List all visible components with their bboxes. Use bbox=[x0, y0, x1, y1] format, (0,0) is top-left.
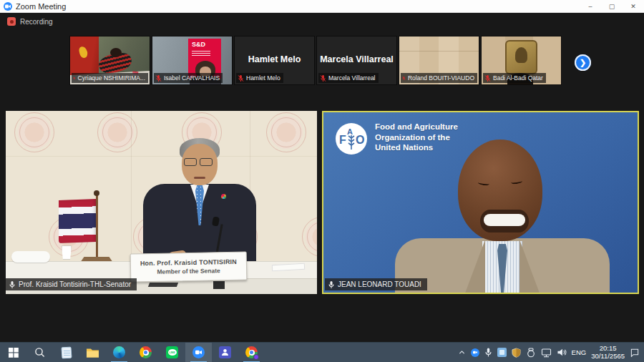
zoom-taskbar-button[interactable] bbox=[185, 343, 212, 362]
fao-logo-icon: F A O bbox=[335, 122, 368, 155]
participant-name: Isabel CARVALHAIS bbox=[164, 74, 220, 82]
chrome-icon bbox=[140, 346, 152, 358]
line-button[interactable]: LINE bbox=[159, 343, 185, 362]
window-controls: – ▢ ✕ bbox=[580, 0, 644, 12]
app-window-tray-button[interactable] bbox=[497, 348, 507, 357]
fao-branding: F A O Food and Agriculture Organization … bbox=[335, 122, 458, 155]
fao-org-name: Food and Agriculture Organization of the… bbox=[375, 122, 458, 153]
participant-name: Roland BOUITI-VIAUDO bbox=[408, 74, 474, 82]
participant-name-tag: Marcela Villarreal bbox=[318, 73, 379, 83]
screen-capture-icon bbox=[526, 348, 536, 358]
maximize-button[interactable]: ▢ bbox=[601, 0, 623, 12]
video-tile-marcela[interactable]: Marcela Villarreal Marcela Villarreal bbox=[316, 36, 397, 85]
app-window-icon bbox=[497, 348, 507, 357]
edge-button[interactable] bbox=[106, 343, 132, 362]
video-tile-badi[interactable]: Badi Al-Badi Qatar bbox=[481, 36, 562, 85]
flag-finial bbox=[94, 190, 99, 196]
window-title: Zoom Meeting bbox=[16, 2, 66, 11]
wall-seam bbox=[6, 156, 317, 157]
participant-name-tag: Isabel CARVALHAIS bbox=[154, 73, 223, 83]
chrome-icon bbox=[245, 346, 258, 358]
wall-emblem bbox=[302, 217, 317, 257]
speaker-smile bbox=[484, 214, 525, 226]
zoom-app-icon bbox=[4, 2, 12, 11]
flag-pole bbox=[96, 195, 98, 258]
mic-icon bbox=[9, 280, 16, 289]
muted-mic-icon bbox=[320, 74, 326, 82]
sdg-lapel-pin bbox=[221, 194, 226, 199]
volume-tray-button[interactable] bbox=[557, 348, 567, 357]
main-video-touadi-active-speaker[interactable]: F A O Food and Agriculture Organization … bbox=[322, 111, 639, 294]
banner-lines bbox=[192, 50, 210, 56]
thailand-flag bbox=[59, 199, 97, 243]
clock-time: 20:15 bbox=[600, 345, 617, 353]
recording-icon bbox=[7, 17, 16, 26]
paper-cup bbox=[62, 245, 72, 260]
window-titlebar: Zoom Meeting – ▢ ✕ bbox=[0, 0, 644, 13]
line-icon: LINE bbox=[166, 346, 178, 358]
start-button[interactable] bbox=[0, 343, 26, 362]
windows-logo-icon bbox=[9, 348, 19, 358]
participant-name: Badi Al-Badi Qatar bbox=[493, 74, 543, 82]
chrome-profile-button[interactable] bbox=[238, 343, 265, 362]
hidden-icons-button[interactable] bbox=[458, 348, 466, 356]
chevron-up-icon bbox=[458, 348, 466, 356]
recording-label: Recording bbox=[20, 18, 53, 26]
video-tile-cyriaque[interactable]: Cyriaque NSHIMIRIMA... bbox=[69, 36, 150, 85]
close-button[interactable]: ✕ bbox=[623, 0, 644, 12]
white-cloth bbox=[11, 251, 50, 263]
participant-head bbox=[110, 48, 122, 57]
video-name-tag: Prof. Kraisid Tontisirin-THL-Senator bbox=[6, 278, 137, 290]
taskbar-clock[interactable]: 20:15 30/11/2565 bbox=[591, 345, 625, 360]
desk-nameplate: Hon. Prof. Kraisid TONTISIRIN Member of … bbox=[130, 252, 248, 283]
language-indicator[interactable]: ENG bbox=[572, 348, 587, 356]
muted-mic-icon bbox=[484, 74, 491, 82]
zoom-tray-icon bbox=[471, 348, 479, 357]
participant-name-tag: Cyriaque NSHIMIRIMA... bbox=[72, 73, 148, 83]
participant-name-tag: Hamlet Melo bbox=[236, 73, 283, 83]
zoom-tray-button[interactable] bbox=[471, 348, 479, 357]
security-shield-icon bbox=[512, 348, 521, 358]
notification-icon bbox=[630, 348, 640, 357]
participant-filmstrip: Cyriaque NSHIMIRIMA... S&D Isabel CARVAL… bbox=[69, 36, 562, 85]
svg-text:F: F bbox=[339, 134, 346, 146]
recording-indicator: Recording bbox=[7, 17, 53, 26]
video-tile-hamlet[interactable]: Hamlet Melo Hamlet Melo bbox=[234, 36, 315, 85]
meeting-content: Recording Cyriaque NSHIMIRIMA... bbox=[0, 13, 644, 342]
muted-mic-icon bbox=[238, 74, 244, 82]
speaker-mouth bbox=[194, 177, 205, 179]
desktop-screen: Zoom Meeting – ▢ ✕ Recording bbox=[0, 0, 644, 362]
next-page-button[interactable]: ❯ bbox=[575, 54, 591, 71]
windows-taskbar: LINE bbox=[0, 342, 644, 362]
wall-emblem bbox=[266, 112, 306, 152]
chrome-button[interactable] bbox=[132, 343, 159, 362]
search-button[interactable] bbox=[26, 343, 53, 362]
teams-button[interactable] bbox=[212, 343, 238, 362]
sd-logo-text: S&D bbox=[192, 41, 221, 48]
video-tile-isabel[interactable]: S&D Isabel CARVALHAIS bbox=[152, 36, 233, 85]
emblem-figure bbox=[515, 47, 527, 63]
muted-mic-icon bbox=[402, 74, 406, 82]
microphone-tray-button[interactable] bbox=[484, 348, 492, 357]
action-center-button[interactable] bbox=[630, 348, 640, 357]
speaker-icon bbox=[557, 348, 567, 357]
svg-text:A: A bbox=[347, 127, 353, 136]
main-video-kraisid[interactable]: Hon. Prof. Kraisid TONTISIRIN Member of … bbox=[6, 111, 317, 294]
camera-off-name: Marcela Villarreal bbox=[317, 54, 396, 64]
notepad-icon bbox=[61, 346, 72, 358]
file-explorer-button[interactable] bbox=[79, 343, 106, 362]
clock-date: 30/11/2565 bbox=[591, 353, 625, 361]
nameplate-title: Member of the Senate bbox=[157, 267, 220, 275]
svg-text:O: O bbox=[356, 134, 364, 146]
participant-name: Hamlet Melo bbox=[246, 74, 280, 82]
minimize-button[interactable]: – bbox=[580, 0, 601, 12]
ethernet-network-icon bbox=[541, 348, 552, 358]
windows-security-button[interactable] bbox=[512, 348, 521, 358]
network-tray-button[interactable] bbox=[541, 348, 552, 358]
video-name-tag: JEAN LEONARD TOUADI bbox=[325, 278, 427, 290]
participant-name: Marcela Villarreal bbox=[328, 74, 376, 82]
video-tile-roland[interactable]: Roland BOUITI-VIAUDO bbox=[399, 36, 479, 85]
screen-capture-tray-button[interactable] bbox=[526, 348, 536, 358]
notepad-button[interactable] bbox=[53, 343, 79, 362]
system-tray: ENG 20:15 30/11/2565 bbox=[458, 345, 644, 360]
